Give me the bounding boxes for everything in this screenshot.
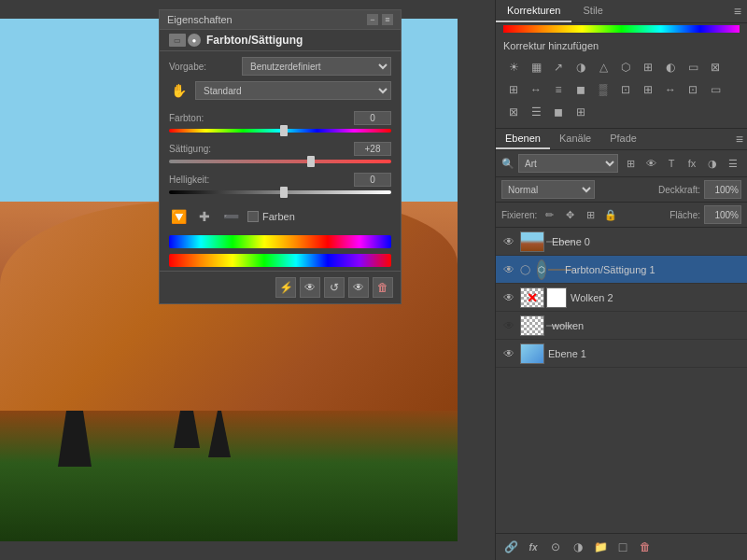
vibrance-icon-btn[interactable]: △ <box>593 57 613 77</box>
bw-icon-btn[interactable]: ◐ <box>660 57 681 77</box>
layer-eye-wolken[interactable]: 👁 <box>501 318 516 333</box>
layer-color-ctrl-btn[interactable]: ◑ <box>704 155 721 172</box>
extra4-icon-btn[interactable]: ▭ <box>705 79 726 100</box>
extra2-icon-btn[interactable]: ↔ <box>660 79 681 100</box>
lock-all-btn[interactable]: 🔒 <box>602 206 619 223</box>
layer-mask-btn[interactable]: ⊙ <box>546 538 565 556</box>
tab-kanaele[interactable]: Kanäle <box>550 129 600 149</box>
layer-type-select[interactable]: Art <box>518 154 618 173</box>
levels-icon-btn[interactable]: ▦ <box>526 57 546 77</box>
ebenen-tabs: Ebenen Kanäle Pfade ≡ <box>496 129 747 150</box>
extra8-icon-btn[interactable]: ⊞ <box>571 102 591 122</box>
layer-item-ebene1[interactable]: 👁 Ebene 1 <box>496 340 747 368</box>
korrekturen-menu-btn[interactable]: ≡ <box>728 0 747 22</box>
eye-btn[interactable]: 👁 <box>300 277 320 298</box>
vorgabe-section: Vorgabe: Benutzerdefiniert ✋ Standard <box>160 51 401 111</box>
layer-link-btn[interactable]: 🔗 <box>501 538 520 556</box>
undo-btn[interactable]: ↺ <box>324 277 345 298</box>
layer-eye-ctrl-btn[interactable]: 👁 <box>642 155 659 172</box>
helligkeit-thumb[interactable] <box>280 187 288 198</box>
exposure-icon-btn[interactable]: ◑ <box>571 57 591 77</box>
fixieren-label: Fixieren: <box>501 210 537 220</box>
panel-menu-btn[interactable]: ≡ <box>382 14 393 25</box>
posterize-icon-btn[interactable]: ≡ <box>548 79 569 100</box>
lock-pixels-btn[interactable]: ✏ <box>541 206 557 223</box>
layer-eye-ebene1[interactable]: 👁 <box>501 346 516 361</box>
layer-add-ctrl-btn[interactable]: ⊞ <box>622 155 639 172</box>
husat-icon-btn[interactable]: ⬡ <box>615 57 636 77</box>
properties-header-title: ▭ ● Farbton/Sättigung <box>160 30 401 51</box>
curves-icon-btn[interactable]: ↗ <box>548 57 569 77</box>
farbton-label-row: Farbton: <box>169 111 391 125</box>
farben-checkbox[interactable] <box>247 211 259 222</box>
colorlookup-icon-btn[interactable]: ⊞ <box>503 79 524 100</box>
main-container: Eigenschaften − ≡ ▭ ● Farbton/Sättigung … <box>0 0 747 560</box>
tab-korrekturen[interactable]: Korrekturen <box>496 0 571 22</box>
farbton-value[interactable] <box>354 111 391 125</box>
layer-new-btn[interactable]: □ <box>613 538 632 556</box>
brightness-icon-btn[interactable]: ☀ <box>503 57 524 77</box>
farbton-thumb[interactable] <box>280 125 288 136</box>
layer-fx-ctrl-btn[interactable]: fx <box>684 155 700 172</box>
gradmap-icon-btn[interactable]: ▒ <box>593 79 613 100</box>
layer-fx-btn[interactable]: fx <box>524 538 543 556</box>
right-panel: Korrekturen Stile ≡ Korrektur hinzufügen… <box>495 0 747 560</box>
layer-eye-farbton[interactable]: 👁 <box>501 262 516 277</box>
eyedropper-sub-btn[interactable]: ➖ <box>221 207 240 226</box>
invert-icon-btn[interactable]: ↔ <box>526 79 546 100</box>
layer-delete-btn[interactable]: 🗑 <box>636 538 655 556</box>
helligkeit-value[interactable] <box>354 173 391 187</box>
layer-eye-wolken2[interactable]: 👁 <box>501 290 516 305</box>
eyedropper-add-btn[interactable]: ✚ <box>195 207 214 226</box>
layer-smart-ctrl-btn[interactable]: ☰ <box>725 155 741 172</box>
canvas-area: Eigenschaften − ≡ ▭ ● Farbton/Sättigung … <box>0 0 495 560</box>
vorgabe-select[interactable]: Benutzerdefiniert <box>242 57 391 76</box>
ebenen-menu-btn[interactable]: ≡ <box>732 129 747 149</box>
layer-eye-ebene0[interactable]: 👁 <box>501 234 516 249</box>
layer-link-ctrl-btn[interactable]: T <box>663 155 680 172</box>
extra5-icon-btn[interactable]: ⊠ <box>503 102 524 122</box>
search-icon: 🔍 <box>501 158 514 170</box>
visibility-btn[interactable]: 👁 <box>348 277 369 298</box>
delete-btn[interactable]: 🗑 <box>373 277 393 298</box>
tab-pfade[interactable]: Pfade <box>600 129 646 149</box>
extra3-icon-btn[interactable]: ⊡ <box>683 79 703 100</box>
channelmixer-icon-btn[interactable]: ⊠ <box>705 57 726 77</box>
blend-mode-select[interactable]: Normal <box>501 180 595 199</box>
selcolor-icon-btn[interactable]: ⊡ <box>615 79 636 100</box>
layer-thumb-ebene1 <box>520 343 544 364</box>
opacity-input[interactable] <box>704 180 741 199</box>
saettigung-label: Sättigung: <box>169 144 211 154</box>
colorbalance-icon-btn[interactable]: ⊞ <box>638 57 658 77</box>
extra7-icon-btn[interactable]: ◼ <box>548 102 569 122</box>
saettigung-thumb[interactable] <box>307 156 315 167</box>
layer-item-farbton[interactable]: 👁 ◯ ⬡ Farbton/Sättigung 1 <box>496 256 747 284</box>
eyedropper-btn[interactable]: 🔽 <box>169 207 188 226</box>
saettigung-track[interactable] <box>169 158 391 165</box>
rainbow-bar-2 <box>169 254 391 267</box>
tab-ebenen[interactable]: Ebenen <box>496 129 550 149</box>
adjustment-icon-rect: ▭ <box>169 34 186 47</box>
layer-adj-btn[interactable]: ◑ <box>569 538 587 556</box>
layer-item-wolken2[interactable]: 👁 ✕ Wolken 2 <box>496 284 747 312</box>
flaeche-input[interactable] <box>704 205 741 224</box>
extra1-icon-btn[interactable]: ⊞ <box>638 79 658 100</box>
layer-item-wolken[interactable]: 👁 wolken <box>496 312 747 340</box>
saettigung-value[interactable] <box>354 142 391 156</box>
panel-minimize-btn[interactable]: − <box>367 14 378 25</box>
standard-select[interactable]: Standard <box>195 81 391 100</box>
layer-name-wolken: wolken <box>552 320 741 331</box>
layer-thumb-wrap-ebene0 <box>520 231 548 252</box>
layer-group-btn[interactable]: 📁 <box>591 538 610 556</box>
extra6-icon-btn[interactable]: ☰ <box>526 102 546 122</box>
standard-row: ✋ Standard <box>169 81 391 100</box>
farbton-track[interactable] <box>169 127 391 134</box>
reset-btn[interactable]: ⚡ <box>275 277 296 298</box>
layer-item-ebene0[interactable]: 👁 Ebene 0 <box>496 228 747 256</box>
lock-move-btn[interactable]: ✥ <box>561 206 578 223</box>
helligkeit-track[interactable] <box>169 189 391 196</box>
threshold-icon-btn[interactable]: ◼ <box>571 79 591 100</box>
tab-stile[interactable]: Stile <box>571 0 613 22</box>
lock-artboard-btn[interactable]: ⊞ <box>582 206 599 223</box>
photofilter-icon-btn[interactable]: ▭ <box>683 57 703 77</box>
